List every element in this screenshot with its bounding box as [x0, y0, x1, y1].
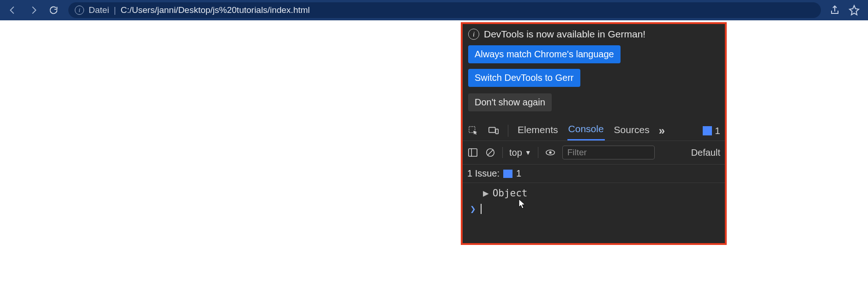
issues-row[interactable]: 1 Issue: 1: [463, 165, 725, 183]
info-icon: i: [468, 29, 479, 40]
toolbar-right: [829, 5, 860, 16]
issues-label: 1 Issue:: [467, 168, 500, 179]
svg-rect-1: [489, 127, 495, 132]
live-expression-icon[interactable]: [545, 147, 556, 158]
tab-sources[interactable]: Sources: [613, 122, 651, 140]
text-cursor: [481, 204, 482, 214]
svg-line-6: [488, 150, 493, 155]
expand-triangle-icon[interactable]: ▶: [483, 188, 489, 199]
svg-rect-2: [496, 129, 499, 134]
divider: [538, 147, 538, 158]
log-levels[interactable]: Default: [691, 147, 720, 158]
nav-controls: [6, 4, 60, 17]
devtools-info-banner: i DevTools is now available in German! A…: [463, 24, 725, 118]
divider: [508, 125, 508, 137]
object-label: Object: [493, 188, 528, 199]
device-toggle-icon[interactable]: [488, 125, 500, 137]
more-tabs-icon[interactable]: »: [659, 124, 666, 137]
share-icon[interactable]: [829, 5, 840, 16]
issues-count-value: 1: [516, 168, 521, 179]
context-label: top: [509, 147, 522, 158]
filter-input[interactable]: [562, 146, 655, 159]
console-toolbar: top ▼ Default: [463, 141, 725, 165]
prompt-caret-icon: ❯: [470, 203, 476, 214]
reload-icon[interactable]: [47, 4, 60, 17]
address-bar[interactable]: i Datei | C:/Users/janni/Desktop/js%20tu…: [68, 2, 821, 18]
devtools-panel: i DevTools is now available in German! A…: [461, 22, 727, 245]
context-selector[interactable]: top ▼: [509, 147, 531, 158]
site-info-icon[interactable]: i: [75, 6, 84, 15]
back-icon[interactable]: [6, 4, 19, 17]
console-log-line[interactable]: ▶ Object: [467, 188, 720, 199]
address-separator: |: [114, 5, 116, 15]
address-scheme: Datei: [89, 5, 109, 15]
chevron-down-icon: ▼: [525, 149, 531, 156]
tab-elements[interactable]: Elements: [517, 122, 559, 140]
inspect-element-icon[interactable]: [467, 125, 479, 137]
issues-count: 1: [715, 125, 720, 136]
forward-icon[interactable]: [27, 4, 40, 17]
switch-language-button[interactable]: Switch DevTools to Gerr: [468, 69, 580, 87]
address-path: C:/Users/janni/Desktop/js%20tutorials/in…: [121, 5, 310, 15]
devtools-tab-bar: Elements Console Sources » 1: [463, 118, 725, 141]
svg-point-8: [549, 151, 552, 154]
browser-toolbar: i Datei | C:/Users/janni/Desktop/js%20tu…: [0, 0, 868, 20]
divider: [502, 147, 503, 158]
clear-console-icon[interactable]: [485, 147, 496, 158]
tab-console[interactable]: Console: [567, 121, 605, 140]
info-banner-text: DevTools is now available in German!: [484, 29, 645, 40]
page-viewport: i DevTools is now available in German! A…: [0, 20, 868, 293]
issue-chip-icon: [503, 170, 512, 178]
svg-rect-3: [469, 149, 477, 157]
dont-show-again-button[interactable]: Don't show again: [468, 93, 552, 111]
sidebar-toggle-icon[interactable]: [467, 147, 478, 158]
star-icon[interactable]: [849, 5, 860, 16]
issues-trail[interactable]: 1: [703, 125, 720, 136]
issue-badge-icon: [703, 126, 712, 135]
console-prompt[interactable]: ❯: [467, 199, 720, 214]
console-output[interactable]: ▶ Object ❯: [463, 183, 725, 219]
always-match-language-button[interactable]: Always match Chrome's language: [468, 45, 621, 63]
